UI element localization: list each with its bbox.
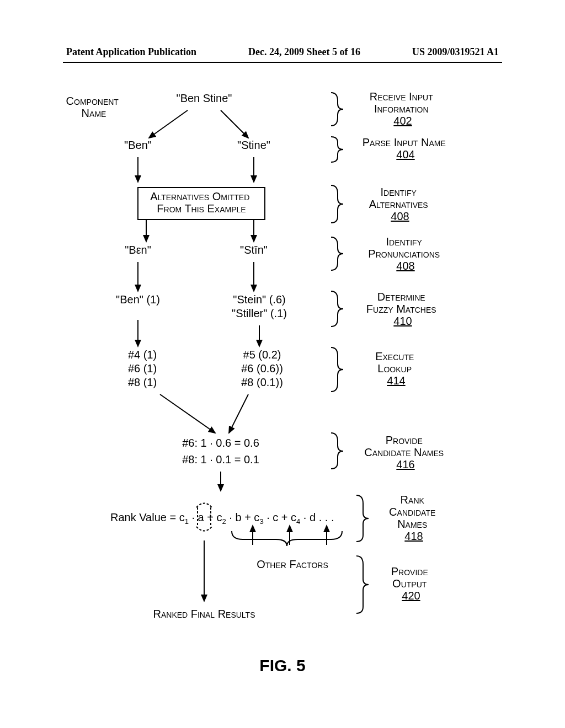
candidate-6: #6: 1 · 0.6 = 0.6 (182, 437, 259, 449)
lookup-r8: #8 (0.1)) (241, 376, 283, 388)
fuzzy-stein: "Stein" (.6) (233, 293, 285, 306)
alternatives-omitted-label: Alternatives Omitted From This Example (150, 190, 253, 215)
svg-line-1 (221, 110, 248, 138)
svg-line-11 (160, 394, 215, 433)
rank-formula: Rank Value = c1 · a + c2 · b + c3 · c + … (110, 511, 334, 526)
step-420: Provide Output 420 (391, 565, 431, 602)
lookup-r6: #6 (0.6)) (241, 362, 283, 374)
diagram-svg: Component Name "Ben Stine" "Ben" "Stine"… (0, 83, 565, 645)
header-left: Patent Application Publication (66, 46, 196, 58)
fuzzy-ben: "Ben" (1) (116, 293, 160, 306)
component-name-label: Component Name (66, 95, 122, 119)
step-404: Parse Input Name 404 (363, 136, 449, 160)
figure-label: FIG. 5 (0, 656, 565, 675)
ranked-final-label: Ranked Final Results (153, 608, 255, 620)
parsed-ben: "Ben" (124, 139, 152, 151)
header-center: Dec. 24, 2009 Sheet 5 of 16 (248, 46, 360, 58)
phon-stin: "Stīn" (240, 244, 268, 256)
svg-line-0 (149, 110, 188, 138)
lookup-l8: #8 (1) (128, 376, 157, 388)
step-408b: Identify Pronunciations 408 (368, 235, 443, 272)
page: Patent Application Publication Dec. 24, … (0, 0, 565, 728)
step-416: Provide Candidate Names 416 (364, 434, 446, 470)
header-right: US 2009/0319521 A1 (412, 46, 499, 58)
step-418: Rank Candidate Names 418 (389, 494, 439, 542)
step-414: Execute Lookup 414 (375, 350, 417, 387)
header-line (63, 62, 502, 63)
candidate-8: #8: 1 · 0.1 = 0.1 (182, 453, 259, 465)
page-header: Patent Application Publication Dec. 24, … (0, 46, 565, 58)
fuzzy-stiller: "Stiller" (.1) (232, 307, 287, 319)
step-408a: Identify Alternatives 408 (369, 186, 431, 222)
other-factors-label: Other Factors (257, 558, 328, 570)
lookup-l6: #6 (1) (128, 362, 157, 374)
step-402: Receive Input Information 402 (370, 90, 436, 127)
lookup-l4: #4 (1) (128, 349, 157, 361)
svg-line-12 (229, 394, 248, 433)
lookup-r5: #5 (0.2) (243, 349, 281, 361)
input-name-text: "Ben Stine" (177, 92, 232, 104)
parsed-stine: "Stine" (237, 139, 270, 151)
step-410: Determine Fuzzy Matches 410 (366, 291, 439, 327)
phon-ben: "Bεn" (125, 244, 151, 256)
